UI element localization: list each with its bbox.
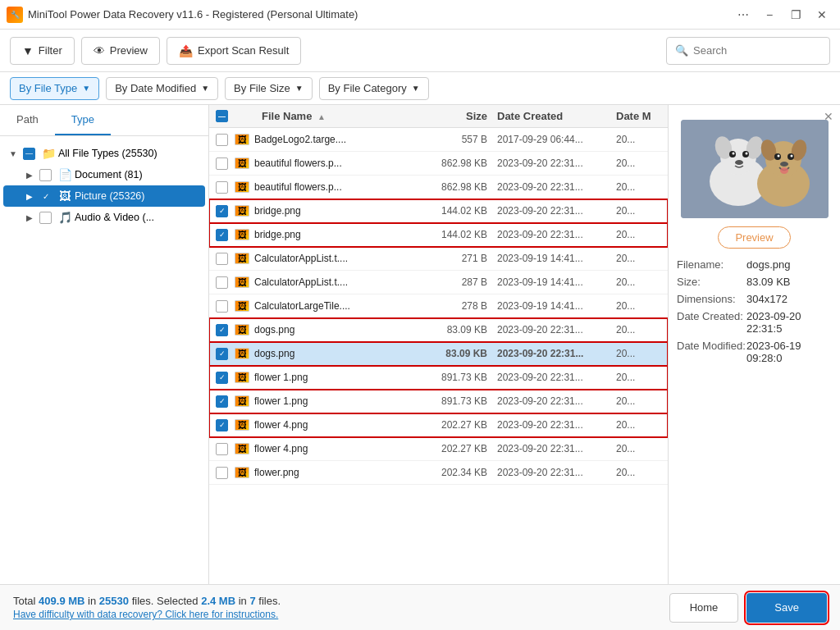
file-date-modified: 20... bbox=[616, 348, 661, 359]
file-list: 🖼BadgeLogo2.targe....557 B2017-09-29 06:… bbox=[209, 128, 668, 584]
file-type-icon: 🖼 bbox=[233, 394, 251, 409]
help-link[interactable]: Have difficulty with data recovery? Clic… bbox=[13, 609, 281, 620]
svg-point-9 bbox=[735, 160, 743, 165]
file-date-created: 2017-09-29 06:44... bbox=[497, 134, 616, 145]
tree-item-picture[interactable]: ▶ 🖼 Picture (25326) bbox=[3, 185, 205, 207]
row-checkbox[interactable] bbox=[216, 300, 228, 313]
info-row-dimensions: Dimensions: 304x172 bbox=[677, 293, 832, 305]
menu-button[interactable]: ⋯ bbox=[732, 5, 755, 25]
main-content: Path Type ▼ 📁 All File Types (25530) ▶ 📄… bbox=[0, 105, 840, 584]
row-checkbox[interactable] bbox=[216, 253, 228, 265]
preview-button[interactable]: 👁 Preview bbox=[81, 37, 160, 65]
row-checkbox[interactable]: ✓ bbox=[216, 229, 228, 241]
search-box[interactable]: 🔍 bbox=[666, 37, 830, 65]
row-checkbox[interactable] bbox=[216, 181, 228, 194]
file-row[interactable]: ✓🖼bridge.png144.02 KB2023-09-20 22:31...… bbox=[209, 223, 668, 247]
file-row[interactable]: 🖼flower.png202.34 KB2023-09-20 22:31...2… bbox=[209, 461, 668, 485]
svg-point-19 bbox=[780, 167, 788, 174]
close-preview-icon[interactable]: ✕ bbox=[824, 110, 833, 123]
row-checkbox[interactable]: ✓ bbox=[216, 348, 228, 360]
sort-arrow-icon: ▲ bbox=[317, 112, 326, 121]
file-row[interactable]: ✓🖼flower 1.png891.73 KB2023-09-20 22:31.… bbox=[209, 366, 668, 390]
row-checkbox[interactable]: ✓ bbox=[216, 324, 228, 336]
audio-video-checkbox[interactable] bbox=[39, 212, 52, 224]
restore-button[interactable]: ❐ bbox=[784, 5, 807, 25]
file-type-icon: 🖼 bbox=[233, 132, 251, 147]
row-checkbox[interactable] bbox=[216, 467, 228, 479]
file-row[interactable]: 🖼flower 4.png202.27 KB2023-09-20 22:31..… bbox=[209, 437, 668, 461]
row-checkbox[interactable] bbox=[216, 158, 228, 170]
export-button[interactable]: 📤 Export Scan Result bbox=[167, 37, 301, 65]
file-row[interactable]: ✓🖼flower 4.png202.27 KB2023-09-20 22:31.… bbox=[209, 413, 668, 437]
save-button[interactable]: Save bbox=[746, 593, 827, 623]
by-file-size-filter[interactable]: By File Size ▼ bbox=[225, 77, 313, 100]
row-checkbox[interactable]: ✓ bbox=[216, 372, 228, 384]
file-row[interactable]: 🖼beautiful flowers.p...862.98 KB2023-09-… bbox=[209, 152, 668, 176]
by-file-category-filter[interactable]: By File Category ▼ bbox=[319, 77, 429, 100]
row-checkbox[interactable]: ✓ bbox=[216, 419, 228, 431]
file-row[interactable]: 🖼BadgeLogo2.targe....557 B2017-09-29 06:… bbox=[209, 128, 668, 152]
row-checkbox[interactable] bbox=[216, 276, 228, 289]
expand-icon[interactable]: ▶ bbox=[23, 211, 36, 224]
file-size: 202.27 KB bbox=[423, 443, 497, 454]
minimize-button[interactable]: − bbox=[758, 5, 781, 25]
file-row[interactable]: ✓🖼dogs.png83.09 KB2023-09-20 22:31...20.… bbox=[209, 318, 668, 342]
document-checkbox[interactable] bbox=[39, 169, 52, 181]
file-date-created: 2023-09-19 14:41... bbox=[497, 300, 616, 312]
file-date-created: 2023-09-20 22:31... bbox=[497, 229, 616, 240]
header-file-name[interactable]: File Name ▲ bbox=[262, 110, 423, 122]
app-icon: 🔧 bbox=[7, 7, 23, 23]
by-file-type-filter[interactable]: By File Type ▼ bbox=[10, 77, 99, 100]
file-date-created: 2023-09-20 22:31... bbox=[497, 443, 616, 454]
file-name: flower 4.png bbox=[254, 419, 423, 431]
header-size[interactable]: Size bbox=[423, 110, 497, 122]
file-date-created: 2023-09-20 22:31... bbox=[497, 419, 616, 431]
tree-item-document[interactable]: ▶ 📄 Document (81) bbox=[3, 164, 205, 185]
home-button[interactable]: Home bbox=[669, 593, 739, 623]
all-files-checkbox[interactable] bbox=[23, 148, 35, 160]
file-row[interactable]: ✓🖼bridge.png144.02 KB2023-09-20 22:31...… bbox=[209, 199, 668, 223]
row-checkbox[interactable] bbox=[216, 443, 228, 455]
tree-item-audio-video[interactable]: ▶ 🎵 Audio & Video (... bbox=[3, 207, 205, 228]
file-size: 287 B bbox=[423, 276, 497, 288]
svg-point-16 bbox=[777, 155, 779, 158]
document-icon: 📄 bbox=[58, 168, 71, 181]
file-type-icon: 🖼 bbox=[233, 465, 251, 480]
tab-type[interactable]: Type bbox=[55, 105, 111, 135]
file-date-created: 2023-09-20 22:31... bbox=[497, 181, 616, 193]
file-row[interactable]: ✓🖼dogs.png83.09 KB2023-09-20 22:31...20.… bbox=[209, 342, 668, 366]
chevron-down-icon: ▼ bbox=[295, 84, 304, 93]
chevron-down-icon: ▼ bbox=[82, 84, 90, 93]
by-date-modified-filter[interactable]: By Date Modified ▼ bbox=[106, 77, 218, 100]
file-row[interactable]: 🖼CalculatorLargeTile....278 B2023-09-19 … bbox=[209, 294, 668, 318]
header-date-created[interactable]: Date Created bbox=[497, 110, 616, 122]
app-title: MiniTool Power Data Recovery v11.6 - Reg… bbox=[28, 8, 358, 21]
info-row-filename: Filename: dogs.png bbox=[677, 258, 832, 271]
preview-action-button[interactable]: Preview bbox=[718, 226, 790, 249]
file-row[interactable]: 🖼beautiful flowers.p...862.98 KB2023-09-… bbox=[209, 176, 668, 199]
header-date-modified[interactable]: Date M bbox=[616, 110, 661, 122]
file-size: 271 B bbox=[423, 253, 497, 264]
close-button[interactable]: ✕ bbox=[810, 5, 833, 25]
file-date-modified: 20... bbox=[616, 276, 661, 288]
file-row[interactable]: ✓🖼flower 1.png891.73 KB2023-09-20 22:31.… bbox=[209, 390, 668, 413]
chevron-down-icon: ▼ bbox=[201, 84, 209, 93]
filter-bar: By File Type ▼ By Date Modified ▼ By Fil… bbox=[0, 72, 840, 105]
search-input[interactable] bbox=[693, 44, 821, 57]
file-row[interactable]: 🖼CalculatorAppList.t....287 B2023-09-19 … bbox=[209, 271, 668, 294]
file-table-header: — File Name ▲ Size Date Created Date M bbox=[209, 105, 668, 128]
picture-checkbox[interactable] bbox=[39, 190, 52, 203]
filter-button[interactable]: ▼ Filter bbox=[10, 37, 75, 65]
tab-path[interactable]: Path bbox=[0, 105, 55, 135]
expand-icon[interactable]: ▶ bbox=[23, 189, 36, 203]
file-row[interactable]: 🖼CalculatorAppList.t....271 B2023-09-19 … bbox=[209, 247, 668, 271]
row-checkbox[interactable] bbox=[216, 134, 228, 146]
tree-item-all-files[interactable]: ▼ 📁 All File Types (25530) bbox=[3, 143, 205, 164]
file-type-icon: 🖼 bbox=[233, 180, 251, 194]
expand-icon[interactable]: ▶ bbox=[23, 168, 36, 181]
info-row-date-modified: Date Modified: 2023-06-19 09:28:0 bbox=[677, 340, 832, 364]
expand-icon[interactable]: ▼ bbox=[7, 147, 20, 160]
status-bar: Total 409.9 MB in 25530 files. Selected … bbox=[0, 584, 840, 630]
row-checkbox[interactable]: ✓ bbox=[216, 395, 228, 408]
row-checkbox[interactable]: ✓ bbox=[216, 205, 228, 217]
